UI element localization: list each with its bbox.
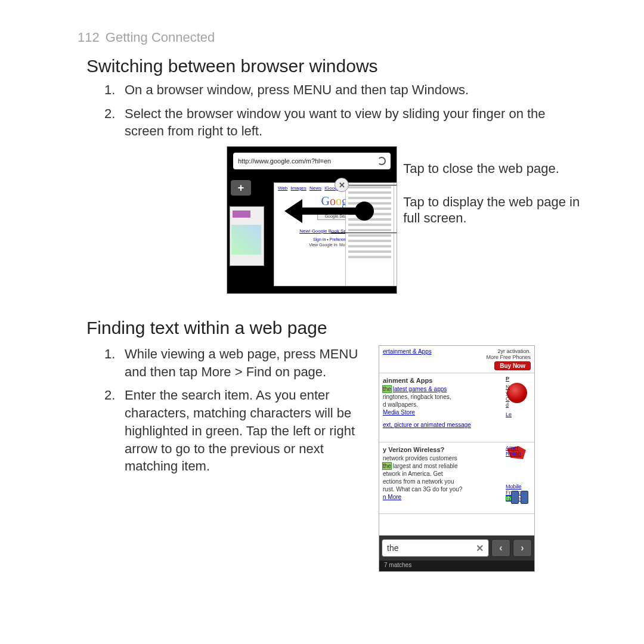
find-bar: the ✕ ‹ › [379, 535, 534, 561]
step-item: 1. On a browser window, press MENU and t… [104, 81, 584, 99]
display-caption: Tap to display the web page in full scre… [403, 194, 584, 227]
url-text: http://www.google.com/m?hl=en [238, 157, 331, 165]
section1-steps: 1. On a browser window, press MENU and t… [104, 81, 584, 140]
prev-window-thumb[interactable] [230, 206, 264, 266]
callout-line-display [331, 233, 397, 233]
find-term: the [387, 543, 398, 553]
section2-title: Finding text within a web page [86, 318, 584, 338]
apps-link[interactable]: latest games & apps [393, 386, 447, 392]
find-prev-button[interactable]: ‹ [491, 539, 510, 557]
figure1-labels: Tap to close the web page. Tap to displa… [403, 146, 584, 227]
swipe-left-icon [284, 199, 374, 223]
fig2-topbar: ertainment & Apps 2yr activation. More F… [379, 346, 534, 373]
browser-switcher-figure: http://www.google.com/m?hl=en + Web Imag… [227, 146, 397, 294]
page-number: 112 [78, 30, 100, 45]
top-link[interactable]: ertainment & Apps [383, 348, 432, 355]
clear-icon[interactable]: ✕ [476, 543, 484, 554]
find-on-page-figure: ertainment & Apps 2yr activation. More F… [379, 345, 535, 572]
right-fragment: Amer Reliab [506, 445, 532, 457]
fig2-section-apps: ainment & Apps the latest games & apps r… [379, 373, 534, 442]
find-status: 7 matches [379, 561, 534, 571]
callout-line-close [349, 185, 397, 185]
find-input[interactable]: the ✕ [382, 539, 489, 557]
refresh-icon[interactable] [377, 157, 386, 165]
close-caption: Tap to close the web page. [403, 160, 584, 177]
msg-link[interactable]: ext, picture or animated message [383, 421, 531, 429]
top-right-text: 2yr activation. [486, 348, 531, 354]
add-tab-button[interactable]: + [231, 180, 251, 196]
section2-steps: 1. While viewing a web page, press MENU … [104, 345, 367, 481]
fig2-section-why: y Verizon Wireless? network provides cus… [379, 442, 534, 514]
next-window-thumb[interactable] [345, 182, 394, 286]
step-item: 2. Enter the search item. As you enter c… [104, 386, 367, 475]
top-right-link[interactable]: More Free Phones [486, 354, 531, 360]
right-fragment: P N y C d Le [506, 376, 532, 417]
match-highlight: the [383, 386, 391, 392]
phones-icon [511, 491, 528, 504]
address-bar[interactable]: http://www.google.com/m?hl=en [233, 153, 391, 169]
section1-title: Switching between browser windows [86, 56, 584, 76]
page-header: 112 Getting Connected [78, 30, 584, 45]
step-item: 1. While viewing a web page, press MENU … [104, 345, 367, 380]
chapter-title: Getting Connected [106, 30, 215, 45]
buy-now-button[interactable]: Buy Now [494, 361, 531, 370]
find-next-button[interactable]: › [513, 539, 532, 557]
match-highlight: the [383, 463, 391, 469]
step-item: 2. Select the browser window you want to… [104, 105, 584, 140]
